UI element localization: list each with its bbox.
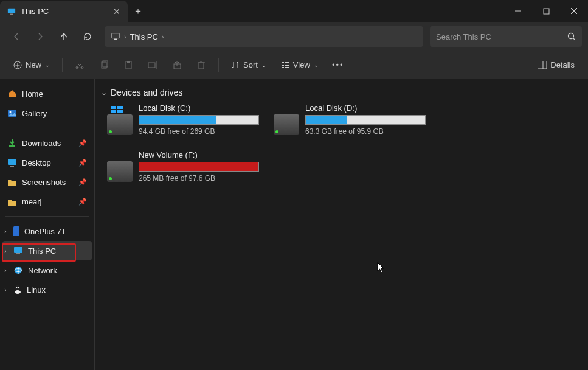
tab-title: This PC bbox=[21, 7, 49, 16]
sidebar-item-screenshots[interactable]: Screenshots 📌 bbox=[2, 172, 92, 192]
back-button[interactable] bbox=[6, 26, 27, 47]
ellipsis-icon: ••• bbox=[332, 60, 344, 69]
search-input[interactable]: Search This PC bbox=[430, 26, 582, 47]
sidebar-item-mearj[interactable]: mearj 📌 bbox=[2, 192, 92, 211]
drive-usage-bar bbox=[139, 115, 259, 125]
section-header-devices[interactable]: ⌄ Devices and drives bbox=[99, 88, 584, 97]
up-button[interactable] bbox=[54, 26, 74, 47]
separator bbox=[62, 58, 63, 72]
drive-item[interactable]: Local Disk (D:) 63.3 GB free of 95.9 GB bbox=[274, 103, 426, 136]
folder-icon bbox=[7, 178, 17, 186]
sidebar-item-this-pc[interactable]: › This PC bbox=[2, 241, 92, 260]
refresh-button[interactable] bbox=[77, 26, 98, 47]
pin-icon[interactable]: 📌 bbox=[78, 178, 87, 186]
separator bbox=[218, 58, 219, 72]
paste-button[interactable] bbox=[117, 55, 139, 75]
svg-rect-25 bbox=[282, 62, 284, 63]
chevron-right-icon[interactable]: › bbox=[1, 248, 10, 254]
drive-item[interactable]: Local Disk (C:) 94.4 GB free of 269 GB bbox=[107, 103, 259, 136]
rename-button[interactable] bbox=[142, 55, 164, 75]
drive-icon bbox=[107, 114, 133, 135]
breadcrumb-location[interactable]: This PC bbox=[130, 32, 158, 41]
maximize-button[interactable] bbox=[532, 0, 560, 22]
drive-icon bbox=[274, 114, 299, 135]
drive-icon bbox=[107, 161, 133, 182]
drive-name: New Volume (F:) bbox=[139, 150, 259, 159]
download-icon bbox=[7, 138, 17, 148]
svg-rect-7 bbox=[114, 39, 117, 40]
pin-icon[interactable]: 📌 bbox=[78, 139, 87, 147]
svg-rect-29 bbox=[282, 67, 284, 68]
home-icon bbox=[7, 89, 17, 99]
svg-line-9 bbox=[573, 38, 576, 41]
monitor-icon bbox=[111, 32, 120, 41]
drive-item[interactable]: New Volume (F:) 265 MB free of 97.6 GB bbox=[107, 150, 259, 183]
separator bbox=[5, 128, 89, 128]
svg-rect-35 bbox=[9, 145, 15, 147]
svg-rect-22 bbox=[199, 63, 204, 69]
svg-rect-19 bbox=[148, 63, 155, 68]
chevron-down-icon: ⌄ bbox=[45, 62, 50, 68]
separator bbox=[5, 216, 89, 217]
svg-rect-40 bbox=[16, 253, 20, 254]
share-button[interactable] bbox=[166, 55, 188, 75]
phone-icon bbox=[13, 226, 19, 236]
tab-this-pc[interactable]: This PC ✕ bbox=[0, 1, 128, 22]
new-tab-button[interactable]: ＋ bbox=[128, 0, 148, 22]
chevron-down-icon: ⌄ bbox=[314, 62, 319, 68]
chevron-down-icon: ⌄ bbox=[261, 62, 266, 68]
svg-rect-31 bbox=[538, 61, 547, 69]
pin-icon[interactable]: 📌 bbox=[78, 198, 87, 206]
delete-button[interactable] bbox=[190, 55, 212, 75]
sidebar-item-desktop[interactable]: Desktop 📌 bbox=[2, 153, 92, 172]
new-button[interactable]: New ⌄ bbox=[7, 55, 56, 75]
chevron-right-icon[interactable]: › bbox=[124, 33, 126, 40]
drive-name: Local Disk (C:) bbox=[139, 103, 259, 113]
sidebar-item-network[interactable]: › Network bbox=[2, 260, 92, 280]
drive-usage-bar bbox=[305, 115, 426, 125]
minimize-button[interactable] bbox=[504, 0, 532, 22]
sort-button[interactable]: Sort ⌄ bbox=[225, 55, 272, 75]
svg-rect-28 bbox=[285, 65, 289, 66]
pin-icon[interactable]: 📌 bbox=[78, 159, 87, 167]
details-button[interactable]: Details bbox=[531, 55, 581, 75]
sidebar-item-downloads[interactable]: Downloads 📌 bbox=[2, 133, 92, 153]
drive-free-text: 63.3 GB free of 95.9 GB bbox=[305, 127, 426, 136]
more-button[interactable]: ••• bbox=[327, 55, 349, 75]
chevron-right-icon[interactable]: › bbox=[1, 267, 10, 274]
sidebar-item-gallery[interactable]: Gallery bbox=[2, 103, 92, 123]
forward-button[interactable] bbox=[30, 26, 50, 47]
chevron-right-icon[interactable]: › bbox=[1, 287, 10, 293]
nav-bar: › This PC › Search This PC bbox=[0, 22, 588, 51]
network-icon bbox=[13, 265, 23, 275]
svg-rect-3 bbox=[544, 9, 549, 14]
close-tab-icon[interactable]: ✕ bbox=[113, 7, 120, 16]
sidebar-item-home[interactable]: Home bbox=[2, 84, 92, 103]
svg-rect-18 bbox=[127, 61, 130, 63]
search-placeholder: Search This PC bbox=[436, 32, 491, 41]
svg-rect-1 bbox=[10, 13, 13, 15]
copy-button[interactable] bbox=[93, 55, 115, 75]
sidebar-item-oneplus[interactable]: › OnePlus 7T bbox=[2, 222, 92, 241]
view-button[interactable]: View ⌄ bbox=[275, 55, 325, 75]
svg-rect-0 bbox=[8, 8, 15, 13]
svg-rect-26 bbox=[285, 62, 289, 63]
svg-point-47 bbox=[18, 287, 19, 288]
address-bar[interactable]: › This PC › bbox=[105, 26, 423, 47]
sidebar: Home Gallery Downloads 📌 Desktop 📌 bbox=[0, 79, 95, 370]
svg-point-44 bbox=[15, 285, 20, 291]
svg-rect-39 bbox=[14, 247, 22, 253]
chevron-right-icon[interactable]: › bbox=[1, 228, 10, 235]
sidebar-item-linux[interactable]: › Linux bbox=[2, 280, 92, 299]
svg-point-45 bbox=[15, 290, 21, 294]
drive-name: Local Disk (D:) bbox=[305, 103, 426, 113]
gallery-icon bbox=[7, 109, 17, 117]
svg-rect-27 bbox=[282, 65, 284, 66]
search-icon bbox=[567, 32, 576, 41]
chevron-right-icon[interactable]: › bbox=[162, 33, 164, 40]
cut-button[interactable] bbox=[69, 55, 91, 75]
content-pane: ⌄ Devices and drives Local Disk (C:) 94.… bbox=[95, 79, 588, 370]
title-bar: This PC ✕ ＋ bbox=[0, 0, 588, 22]
toolbar: New ⌄ Sort ⌄ View ⌄ ••• Details bbox=[0, 51, 588, 79]
close-window-button[interactable] bbox=[560, 0, 588, 22]
